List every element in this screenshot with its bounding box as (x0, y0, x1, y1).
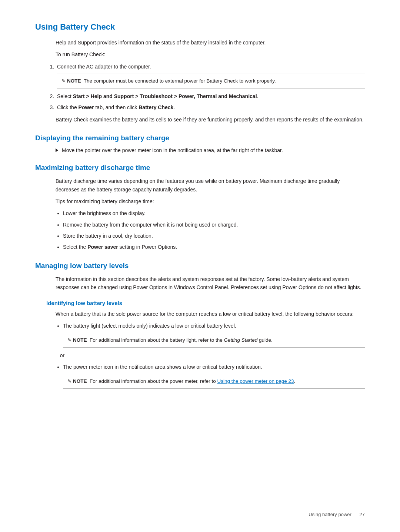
note-identifying2-suffix: . (294, 378, 296, 384)
step-3-bold2: Battery Check (139, 104, 173, 110)
identifying-bullet1-text: The battery light (select models only) i… (63, 323, 236, 329)
note-box-identifying2: ✎NOTE For additional information about t… (63, 374, 365, 389)
note-label-1: NOTE (67, 78, 81, 84)
tip-4-bold: Power saver (87, 244, 118, 250)
battery-check-closing: Battery Check examines the battery and i… (56, 116, 365, 124)
note-identifying1-text: ✎NOTE For additional information about t… (67, 336, 360, 344)
note-label-identifying1: NOTE (73, 337, 87, 343)
tip-4-text: Select the Power saver setting in Power … (63, 244, 177, 250)
note-identifying1-prefix: For additional information about the bat… (90, 337, 224, 343)
tip-1: Lower the brightness on the display. (63, 209, 365, 217)
step-2-prefix: Select (57, 93, 73, 99)
section-title-battery-check: Using Battery Check (35, 22, 365, 32)
step-2: Select Start > Help and Support > Troubl… (56, 92, 365, 100)
triangle-icon (56, 148, 58, 152)
managing-para1: The information in this section describe… (56, 275, 365, 292)
note-identifying2-prefix: For additional information about the pow… (90, 378, 217, 384)
maximizing-para1: Battery discharge time varies depending … (56, 177, 365, 194)
step-3: Click the Power tab, and then click Batt… (56, 103, 365, 111)
page-container: Using Battery Check Help and Support pro… (0, 0, 400, 422)
step-1: Connect the AC adapter to the computer. … (56, 63, 365, 88)
step-1-text: Connect the AC adapter to the computer. (57, 64, 151, 70)
note-icon-identifying1: ✎ (67, 337, 71, 343)
step-3-mid: tab, and then click (94, 104, 139, 110)
note-identifying1-suffix: guide. (257, 337, 273, 343)
tip-3-text: Store the battery in a cool, dry locatio… (63, 233, 153, 239)
identifying-bullets-list: The battery light (select models only) i… (63, 322, 365, 348)
or-separator: – or – (56, 351, 344, 359)
page-footer: Using battery power 27 (309, 512, 365, 517)
identifying-bullet2-text: The power meter icon in the notification… (63, 364, 262, 370)
note-identifying2-text: ✎NOTE For additional information about t… (67, 377, 360, 385)
maximizing-tips-list: Lower the brightness on the display. Rem… (63, 209, 365, 251)
tip-4: Select the Power saver setting in Power … (63, 243, 365, 251)
footer-left-text: Using battery power (309, 512, 351, 517)
sub-title-identifying: Identifying low battery levels (46, 300, 365, 306)
identifying-bullet2: The power meter icon in the notification… (63, 363, 365, 389)
identifying-para1: When a battery that is the sole power so… (56, 310, 365, 318)
note-identifying1-italic: Getting Started (224, 337, 258, 343)
note-text-step1: ✎NOTE The computer must be connected to … (61, 77, 360, 85)
footer-page-number: 27 (360, 512, 365, 517)
step-3-prefix: Click the (57, 104, 79, 110)
identifying-bullet2-list: The power meter icon in the notification… (63, 363, 365, 389)
power-meter-link[interactable]: Using the power meter on page 23 (217, 378, 294, 384)
step-2-suffix: . (257, 93, 259, 99)
step-2-bold: Start > Help and Support > Troubleshoot … (73, 93, 257, 99)
step-3-suffix: . (173, 104, 175, 110)
section-title-maximizing: Maximizing battery discharge time (35, 164, 365, 172)
tip-2: Remove the battery from the computer whe… (63, 221, 365, 229)
tip-2-text: Remove the battery from the computer whe… (63, 222, 238, 228)
section-title-displaying: Displaying the remaining battery charge (35, 134, 365, 142)
note-content-1: The computer must be connected to extern… (84, 78, 276, 84)
note-label-identifying2: NOTE (73, 378, 87, 384)
note-icon-identifying2: ✎ (67, 378, 71, 384)
step-3-bold1: Power (79, 104, 94, 110)
displaying-bullet-text: Move the pointer over the power meter ic… (62, 147, 283, 153)
displaying-bullet-container: Move the pointer over the power meter ic… (56, 147, 365, 153)
tip-1-text: Lower the brightness on the display. (63, 210, 146, 216)
identifying-bullet1: The battery light (select models only) i… (63, 322, 365, 348)
maximizing-para2: Tips for maximizing battery discharge ti… (56, 197, 365, 205)
battery-check-steps: Connect the AC adapter to the computer. … (56, 63, 365, 112)
note-icon-1: ✎ (61, 78, 66, 84)
note-box-step1: ✎NOTE The computer must be connected to … (57, 74, 365, 88)
section-title-managing: Managing low battery levels (35, 262, 365, 270)
battery-check-intro1: Help and Support provides information on… (56, 39, 365, 47)
battery-check-intro2: To run Battery Check: (56, 50, 365, 58)
tip-3: Store the battery in a cool, dry locatio… (63, 232, 365, 240)
note-box-identifying1: ✎NOTE For additional information about t… (63, 333, 365, 348)
